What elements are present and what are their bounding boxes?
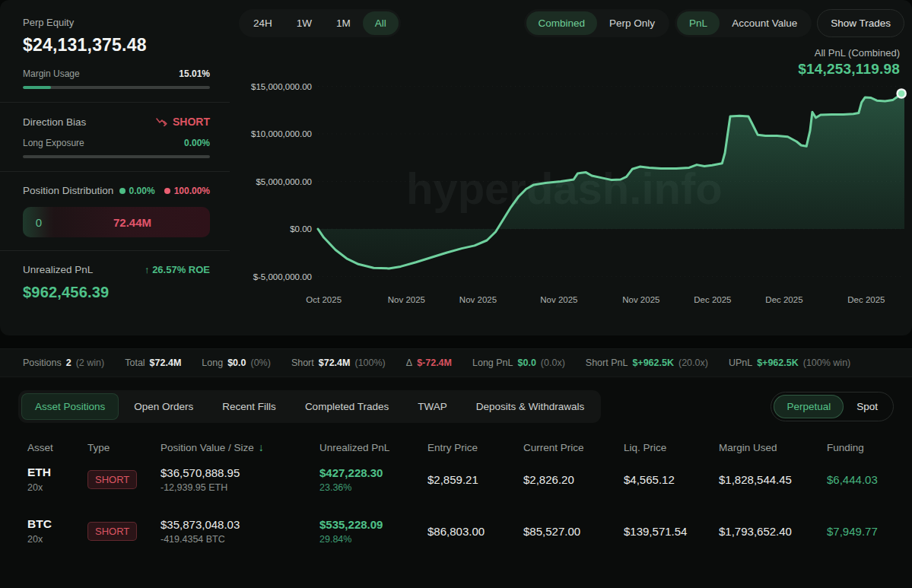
long-distribution-legend: 0.00% [119,186,155,196]
header-unrealized-pnl[interactable]: Unrealized PnL [319,442,427,453]
time-range-1m[interactable]: 1M [324,11,363,35]
unrealized-pnl-label: Unrealized PnL [23,264,93,275]
header-asset[interactable]: Asset [27,442,87,453]
hyperdash-dashboard: Perp Equity $24,131,375.48 Margin Usage … [0,0,912,588]
margin-usage-value: 15.01% [179,68,210,79]
unrealized-pnl-value: $962,456.39 [23,284,210,301]
tab-recent-fills[interactable]: Recent Fills [208,393,290,420]
unrealized-pnl: $535,228.09 [319,518,427,531]
short-dot-icon [164,188,170,194]
y-axis-label: $5,000,000.00 [256,177,312,186]
asset-leverage: 20x [27,482,87,493]
metric-toggle-group: PnL Account Value [675,9,812,37]
account-stats-sidebar: Perp Equity $24,131,375.48 Margin Usage … [0,0,230,335]
chart-y-axis: $15,000,000.00$10,000,000.00$5,000,000.0… [239,79,318,288]
position-value: $35,873,048.03 [160,518,319,531]
header-margin-used[interactable]: Margin Used [719,442,827,453]
mode-combined-button[interactable]: Combined [526,11,598,35]
asset-symbol: BTC [27,517,87,531]
all-pnl-label: All PnL (Combined) [239,47,900,59]
sort-desc-icon: ↓ [259,441,264,453]
chart-plot-area[interactable]: hyperdash.info [318,79,904,288]
long-dot-icon [119,188,126,194]
long-exposure-label: Long Exposure [23,138,84,148]
margin-usage-label: Margin Usage [23,68,80,79]
positions-tabs: Asset Positions Open Orders Recent Fills… [18,390,601,423]
short-distribution-legend: 100.00% [164,186,210,196]
pnl-area-chart[interactable] [318,79,904,288]
asset-positions-table: Asset Type Position Value / Size↓ Unreal… [18,441,894,557]
liq-price: $139,571.54 [624,525,719,538]
y-axis-label: $0.00 [290,224,312,234]
unrealized-pnl-pct: 29.84% [319,534,427,545]
header-entry-price[interactable]: Entry Price [427,442,523,453]
metric-pnl-button[interactable]: PnL [677,11,720,35]
unrealized-pnl-pct: 23.36% [319,482,427,493]
perp-equity-value: $24,131,375.48 [23,35,210,56]
market-toggle-group: Perpetual Spot [771,392,894,421]
summary-total: Total$72.4M [125,358,181,368]
tab-twap[interactable]: TWAP [404,393,461,420]
margin-used: $1,793,652.40 [719,525,827,538]
all-pnl-value: $14,253,119.98 [239,61,900,78]
asset-symbol: ETH [27,466,87,479]
current-price: $85,527.00 [523,525,624,538]
summary-short-pnl: Short PnL$+962.5K(20.0x) [586,358,708,368]
short-distribution-segment: 72.44M [55,207,210,237]
mode-toggle-group: Combined Perp Only [524,9,670,37]
y-axis-label: $10,000,000.00 [251,129,312,138]
summary-long: Long$0.0(0%) [202,358,271,368]
short-badge: SHORT [87,522,137,541]
mode-perp-only-button[interactable]: Perp Only [597,11,667,35]
header-liq-price[interactable]: Liq. Price [624,442,719,453]
time-range-24h[interactable]: 24H [241,11,284,35]
header-current-price[interactable]: Current Price [523,442,624,453]
header-funding[interactable]: Funding [827,442,903,453]
long-exposure-bar [23,155,210,158]
header-type[interactable]: Type [87,442,160,453]
x-axis-label: Dec 2025 [765,295,802,304]
chart-x-axis: Oct 2025Nov 2025Nov 2025Nov 2025Nov 2025… [318,288,904,311]
x-axis-label: Nov 2025 [540,295,577,304]
header-position-value[interactable]: Position Value / Size↓ [160,441,319,453]
position-value: $36,570,888.95 [160,466,319,479]
time-range-1w[interactable]: 1W [284,11,324,35]
last-point-marker [898,89,906,97]
tab-asset-positions[interactable]: Asset Positions [21,393,119,420]
funding: $6,444.03 [827,473,903,486]
tab-completed-trades[interactable]: Completed Trades [291,393,402,420]
direction-bias-value: SHORT [156,116,210,128]
x-axis-label: Dec 2025 [847,295,885,304]
entry-price: $86,803.00 [427,525,523,538]
unrealized-pnl: $427,228.30 [319,466,427,479]
table-row-eth[interactable]: ETH20x SHORT $36,570,888.95-12,939.95 ET… [18,453,894,505]
funding: $7,949.77 [827,525,903,538]
short-badge: SHORT [87,470,137,489]
market-perpetual-button[interactable]: Perpetual [774,395,844,418]
position-size: -419.4354 BTC [160,534,319,545]
x-axis-label: Nov 2025 [622,295,659,304]
market-spot-button[interactable]: Spot [844,395,891,418]
metric-account-value-button[interactable]: Account Value [720,11,809,35]
y-axis-label: $15,000,000.00 [251,82,312,91]
x-axis-label: Oct 2025 [306,295,342,304]
overview-section: Perp Equity $24,131,375.48 Margin Usage … [0,0,912,335]
positions-section: Hyperdash Asset Positions Open Orders Re… [0,377,912,588]
summary-short: Short$72.4M(100%) [291,358,386,368]
divider [0,171,230,172]
summary-positions: Positions2(2 win) [23,358,104,368]
long-distribution-segment: 0 [23,207,55,237]
tab-open-orders[interactable]: Open Orders [120,393,207,420]
summary-long-pnl: Long PnL$0.0(0.0x) [472,358,565,368]
show-trades-button[interactable]: Show Trades [817,9,904,37]
position-distribution-bar: 0 72.44M [23,207,210,237]
x-axis-label: Nov 2025 [388,295,425,304]
divider [0,102,230,103]
tab-deposits-withdrawals[interactable]: Deposits & Withdrawals [462,393,599,420]
long-exposure-value: 0.00% [184,138,210,148]
time-range-all[interactable]: All [363,11,399,35]
table-row-btc[interactable]: BTC20x SHORT $35,873,048.03-419.4354 BTC… [18,505,894,557]
margin-usage-bar [23,86,210,89]
asset-leverage: 20x [27,534,87,545]
summary-upnl: UPnL$+962.5K(100% win) [729,358,850,368]
